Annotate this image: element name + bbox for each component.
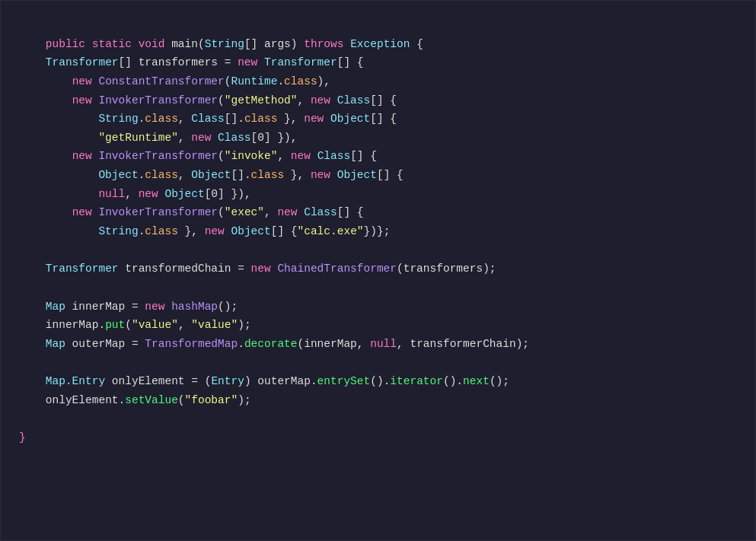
paren14: (: [178, 394, 185, 406]
keyword-new14: new: [251, 263, 278, 275]
class-invoker3: InvokerTransformer: [98, 206, 218, 218]
dot1: .: [277, 75, 284, 88]
method-put: put: [105, 319, 125, 331]
keyword-new5: new: [304, 113, 330, 125]
paren8: (: [125, 319, 132, 331]
bracket-array: [] args): [244, 38, 304, 50]
keyword-new12: new: [277, 206, 304, 218]
arr11: [] {: [337, 206, 364, 218]
keyword-null: null: [98, 188, 125, 200]
comma1: ,: [298, 94, 311, 107]
method-next: next: [463, 375, 490, 387]
field-class1: class: [284, 75, 317, 88]
str-invoke: "invoke": [225, 150, 278, 162]
type-object5: Object: [164, 188, 204, 200]
indent4: [19, 113, 98, 125]
type-mapentry: Map.Entry: [46, 375, 105, 387]
type-object4: Object: [337, 169, 377, 181]
paren5: (: [218, 206, 225, 218]
keyword-new6: new: [191, 132, 218, 144]
keyword-null2: null: [370, 338, 397, 350]
arr7: [] {: [350, 150, 377, 162]
class-transformed: TransformedMap: [145, 338, 238, 350]
indent3: [19, 94, 72, 107]
brace1: },: [277, 113, 304, 125]
class-constant: ConstantTransformer: [98, 75, 224, 88]
type-exception: Exception: [350, 38, 416, 50]
arr9: [] {: [377, 169, 404, 181]
keyword-new8: new: [291, 150, 317, 162]
semicolon1: ;: [384, 225, 391, 237]
type-class1: Class: [337, 94, 371, 107]
paren10: (innerMap,: [298, 338, 371, 350]
type-map1: Map: [46, 301, 65, 313]
keyword-new11: new: [72, 206, 99, 218]
type-class5: Class: [304, 206, 337, 218]
comma2: ,: [178, 113, 191, 125]
method-iterator: iterator: [390, 375, 443, 387]
keyword-new10: new: [139, 188, 165, 200]
paren4: (: [218, 150, 225, 162]
type-string2: String: [98, 113, 138, 125]
field-class4: class: [145, 169, 178, 181]
keyword-new1: new: [238, 56, 264, 68]
paren2: ),: [317, 75, 330, 88]
type-map2: Map: [46, 338, 65, 350]
brace-close: }: [19, 431, 26, 444]
indent2: [19, 75, 72, 88]
indent12: [19, 301, 46, 313]
paren15: );: [238, 394, 250, 406]
type-object6: Object: [231, 225, 270, 237]
type-class2: Class: [191, 113, 225, 125]
paren6: (transformers);: [397, 263, 496, 275]
str-calc: "calc.exe": [298, 225, 364, 237]
code-editor: public static void main(String[] args) t…: [0, 0, 756, 541]
keyword-static: static: [92, 38, 139, 50]
arr8: [].: [231, 169, 250, 181]
keyword-new2: new: [72, 75, 99, 88]
keyword-throws: throws: [304, 38, 350, 50]
comma4: ,: [277, 150, 290, 162]
comma9: , transformerChain);: [397, 338, 529, 350]
type-transformer3: Transformer: [46, 263, 119, 275]
arr5: [] {: [370, 113, 397, 125]
arr3: [] {: [370, 94, 397, 107]
comma8: ,: [178, 319, 191, 331]
method-entryset: entrySet: [317, 375, 371, 387]
paren3: (: [218, 94, 225, 107]
indent16: [19, 394, 46, 406]
indent7: [19, 169, 98, 181]
str-getmethod: "getMethod": [225, 94, 298, 107]
str-value1: "value": [132, 319, 178, 331]
paren7: ();: [218, 301, 238, 313]
str-getruntime: "getRuntime": [98, 132, 177, 144]
brace-open: {: [416, 38, 423, 50]
only-setvalue: onlyElement.: [46, 394, 125, 406]
keyword-new15: new: [145, 301, 171, 313]
arr4: [].: [225, 113, 244, 125]
paren12: ().: [443, 375, 463, 387]
indent15: [19, 375, 46, 387]
type-transformer2: Transformer: [264, 56, 337, 68]
code-content: public static void main(String[] args) t…: [19, 16, 737, 466]
type-string: String: [205, 38, 244, 50]
field-class2: class: [145, 113, 178, 125]
str-value2: "value": [191, 319, 238, 331]
type-object1: Object: [330, 113, 370, 125]
type-entry: Entry: [211, 375, 244, 387]
comma6: ,: [125, 188, 138, 200]
type-object2: Object: [98, 169, 138, 181]
comma3: ,: [178, 132, 191, 144]
var-innermap: innerMap =: [65, 301, 145, 313]
method-setvalue: setValue: [125, 394, 178, 406]
comma7: ,: [264, 206, 277, 218]
var-outermap: outerMap =: [65, 338, 145, 350]
field-class6: class: [145, 225, 178, 237]
keyword-new7: new: [72, 150, 99, 162]
innermap-put: innerMap.: [46, 319, 105, 331]
str-foobar: "foobar": [185, 394, 238, 406]
dot5: .: [238, 338, 244, 350]
close-arr: })}: [364, 225, 384, 237]
field-class3: class: [244, 113, 278, 125]
comma5: ,: [178, 169, 191, 181]
